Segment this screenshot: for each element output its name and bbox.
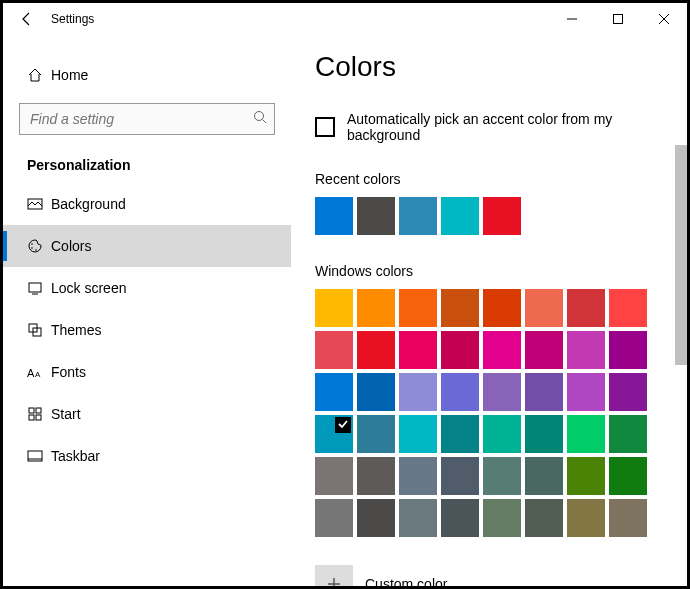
windows-color-swatch[interactable]	[357, 457, 395, 495]
windows-color-swatch[interactable]	[315, 457, 353, 495]
windows-color-swatch[interactable]	[441, 457, 479, 495]
themes-icon	[27, 322, 51, 338]
nav-label: Background	[51, 196, 126, 212]
windows-color-swatch[interactable]	[609, 415, 647, 453]
windows-color-swatch[interactable]	[357, 499, 395, 537]
windows-color-swatch[interactable]	[567, 457, 605, 495]
window-title: Settings	[51, 12, 94, 26]
windows-color-swatch[interactable]	[567, 331, 605, 369]
windows-color-swatch[interactable]	[399, 415, 437, 453]
custom-color-label: Custom color	[365, 576, 447, 586]
windows-color-swatch[interactable]	[483, 289, 521, 327]
svg-rect-19	[36, 415, 41, 420]
page-title: Colors	[315, 51, 687, 83]
windows-color-swatch[interactable]	[399, 289, 437, 327]
windows-color-swatch[interactable]	[483, 499, 521, 537]
auto-pick-checkbox[interactable]	[315, 117, 335, 137]
background-icon	[27, 196, 51, 212]
windows-color-swatch[interactable]	[315, 289, 353, 327]
windows-color-swatch[interactable]	[525, 373, 563, 411]
close-button[interactable]	[641, 3, 687, 35]
windows-color-swatch[interactable]	[483, 331, 521, 369]
windows-color-swatch[interactable]	[399, 331, 437, 369]
windows-color-swatch[interactable]	[399, 499, 437, 537]
windows-color-swatch[interactable]	[609, 499, 647, 537]
windows-color-swatch[interactable]	[609, 457, 647, 495]
windows-color-swatch[interactable]	[441, 331, 479, 369]
recent-color-swatch[interactable]	[441, 197, 479, 235]
windows-color-swatch[interactable]	[525, 289, 563, 327]
windows-color-swatch[interactable]	[567, 499, 605, 537]
windows-color-swatch[interactable]	[483, 457, 521, 495]
windows-color-swatch[interactable]	[567, 415, 605, 453]
windows-color-swatch[interactable]	[567, 289, 605, 327]
search-icon	[253, 110, 267, 128]
windows-color-swatch[interactable]	[483, 415, 521, 453]
home-nav[interactable]: Home	[3, 55, 291, 95]
windows-color-swatch[interactable]	[357, 289, 395, 327]
windows-color-swatch[interactable]	[567, 373, 605, 411]
recent-color-swatch[interactable]	[399, 197, 437, 235]
home-icon	[27, 67, 51, 83]
palette-icon	[27, 238, 51, 254]
nav-label: Fonts	[51, 364, 86, 380]
search-field[interactable]	[19, 103, 275, 135]
recent-color-swatch[interactable]	[357, 197, 395, 235]
windows-color-swatch[interactable]	[525, 415, 563, 453]
windows-color-swatch[interactable]	[483, 373, 521, 411]
scrollbar-thumb[interactable]	[675, 145, 687, 365]
svg-text:A: A	[35, 370, 41, 379]
recent-color-swatch[interactable]	[483, 197, 521, 235]
nav-label: Colors	[51, 238, 91, 254]
auto-pick-checkbox-row[interactable]: Automatically pick an accent color from …	[315, 111, 687, 143]
windows-color-swatch[interactable]	[357, 373, 395, 411]
scrollbar-track[interactable]	[675, 35, 687, 586]
back-button[interactable]	[3, 3, 51, 35]
nav-taskbar[interactable]: Taskbar	[3, 435, 291, 477]
windows-color-swatch[interactable]	[315, 373, 353, 411]
svg-text:A: A	[27, 367, 35, 379]
windows-color-swatch[interactable]	[441, 289, 479, 327]
windows-color-swatch[interactable]	[609, 289, 647, 327]
windows-color-swatch[interactable]	[441, 499, 479, 537]
windows-color-swatch[interactable]	[315, 331, 353, 369]
nav-label: Themes	[51, 322, 102, 338]
windows-color-swatch[interactable]	[315, 415, 353, 453]
svg-point-7	[31, 243, 33, 245]
svg-rect-1	[614, 15, 623, 24]
nav-fonts[interactable]: AA Fonts	[3, 351, 291, 393]
nav-colors[interactable]: Colors	[3, 225, 291, 267]
windows-color-swatch[interactable]	[609, 373, 647, 411]
maximize-button[interactable]	[595, 3, 641, 35]
svg-rect-18	[29, 415, 34, 420]
recent-color-swatch[interactable]	[315, 197, 353, 235]
windows-color-swatch[interactable]	[525, 331, 563, 369]
windows-color-swatch[interactable]	[525, 457, 563, 495]
windows-color-swatch[interactable]	[315, 499, 353, 537]
windows-color-swatch[interactable]	[357, 331, 395, 369]
windows-color-swatch[interactable]	[525, 499, 563, 537]
nav-lock-screen[interactable]: Lock screen	[3, 267, 291, 309]
fonts-icon: AA	[27, 365, 51, 379]
taskbar-icon	[27, 448, 51, 464]
nav-background[interactable]: Background	[3, 183, 291, 225]
nav-themes[interactable]: Themes	[3, 309, 291, 351]
windows-color-swatch[interactable]	[399, 457, 437, 495]
auto-pick-label: Automatically pick an accent color from …	[347, 111, 687, 143]
recent-colors-label: Recent colors	[315, 171, 687, 187]
search-input[interactable]	[19, 103, 275, 135]
section-label: Personalization	[3, 135, 291, 183]
nav-label: Lock screen	[51, 280, 126, 296]
windows-color-swatch[interactable]	[399, 373, 437, 411]
windows-color-swatch[interactable]	[441, 415, 479, 453]
windows-color-swatch[interactable]	[357, 415, 395, 453]
svg-point-9	[35, 249, 37, 251]
windows-color-swatch[interactable]	[441, 373, 479, 411]
nav-start[interactable]: Start	[3, 393, 291, 435]
svg-rect-10	[29, 283, 41, 292]
minimize-button[interactable]	[549, 3, 595, 35]
nav-label: Taskbar	[51, 448, 100, 464]
custom-color-button[interactable]: Custom color	[315, 565, 687, 586]
windows-color-swatch[interactable]	[609, 331, 647, 369]
svg-rect-16	[29, 408, 34, 413]
